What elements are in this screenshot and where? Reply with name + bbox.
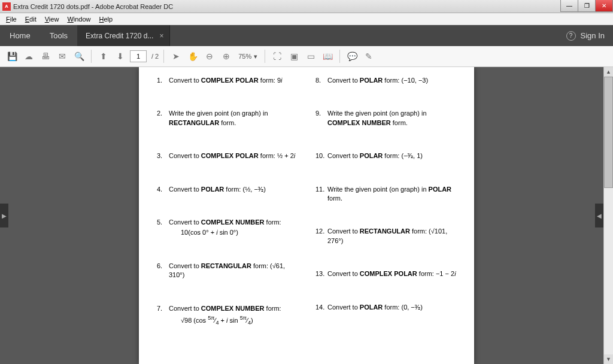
problem: 8.Convert to POLAR form: (−10, −3) — [315, 76, 456, 85]
tab-document[interactable]: Extra Credit 1720 d... × — [77, 25, 170, 46]
tab-tools[interactable]: Tools — [40, 25, 77, 46]
problem-text: Convert to COMPLEX POLAR form: 9i — [169, 76, 283, 85]
scrollbar-thumb[interactable] — [604, 77, 613, 188]
menu-file[interactable]: File — [2, 14, 20, 24]
scroll-down-icon[interactable]: ▼ — [604, 354, 613, 364]
menu-view[interactable]: View — [41, 14, 63, 24]
comment-icon[interactable]: 💬 — [345, 49, 359, 63]
minimize-button[interactable]: — — [560, 0, 578, 12]
zoom-in-icon[interactable]: ⊕ — [219, 49, 233, 63]
problem-text: Convert to RECTANGULAR form: (√61, 310°) — [169, 262, 298, 280]
problem-number: 1. — [157, 76, 169, 85]
panel-left-arrow-icon[interactable]: ▶ — [0, 204, 8, 228]
chevron-down-icon: ▾ — [254, 53, 257, 60]
pdf-icon: A — [2, 2, 11, 11]
sign-icon[interactable]: ✎ — [362, 49, 376, 63]
problem: 5.Convert to COMPLEX NUMBER form:10(cos … — [157, 218, 298, 238]
problem-text: Convert to POLAR form: (0, −³⁄₂) — [327, 303, 423, 312]
read-mode-icon[interactable]: 📖 — [320, 49, 335, 63]
page-total: / 2 — [151, 53, 159, 60]
menu-edit[interactable]: Edit — [22, 14, 40, 24]
tab-close-icon[interactable]: × — [159, 32, 163, 40]
problem-number: 11. — [315, 185, 327, 204]
save-icon[interactable]: 💾 — [5, 49, 19, 63]
problem-text: Convert to POLAR form: (−10, −3) — [327, 76, 428, 85]
fit-page-icon[interactable]: ▣ — [287, 49, 301, 63]
view-mode-icon[interactable]: ▭ — [304, 49, 318, 63]
selection-icon[interactable]: ➤ — [169, 49, 183, 63]
problem: 14.Convert to POLAR form: (0, −³⁄₂) — [315, 303, 456, 312]
print-icon[interactable]: 🖶 — [38, 49, 53, 63]
problem-text: Convert to POLAR form: (½, −³⁄₂) — [169, 185, 266, 194]
problem: 10.Convert to POLAR form: (−³⁄₂, 1) — [315, 151, 456, 160]
fit-width-icon[interactable]: ⛶ — [270, 49, 284, 63]
hand-icon[interactable]: ✋ — [186, 49, 200, 63]
problem: 11.Write the given point (on graph) in P… — [315, 185, 456, 204]
scroll-up-icon[interactable]: ▲ — [604, 67, 613, 77]
separator — [163, 50, 164, 63]
problem-number: 8. — [315, 76, 327, 85]
problem: 13.Convert to COMPLEX POLAR form: −1 − 2… — [315, 269, 456, 278]
email-icon[interactable]: ✉ — [55, 49, 69, 63]
problems-right-column: 8.Convert to POLAR form: (−10, −3)9.Writ… — [315, 76, 456, 351]
problem-text: Convert to RECTANGULAR form: (√101, 276°… — [327, 227, 456, 245]
tabbar: Home Tools Extra Credit 1720 d... × ? Si… — [0, 25, 613, 46]
problem-number: 14. — [315, 303, 327, 312]
page-number-input[interactable] — [130, 50, 147, 62]
problem: 6.Convert to RECTANGULAR form: (√61, 310… — [157, 262, 298, 280]
problem-text: Convert to COMPLEX POLAR form: ½ + 2i — [169, 151, 295, 160]
vertical-scrollbar[interactable]: ▲ ▼ — [603, 67, 613, 364]
close-button[interactable]: ✕ — [595, 0, 613, 12]
problem-number: 2. — [157, 109, 169, 128]
zoom-out-icon[interactable]: ⊖ — [202, 49, 217, 63]
tab-document-label: Extra Credit 1720 d... — [86, 32, 153, 40]
problem-number: 5. — [157, 218, 169, 238]
window-title: Extra Credit 1720 dots.pdf - Adobe Acrob… — [13, 3, 173, 10]
problem: 9.Write the given point (on graph) in CO… — [315, 109, 456, 128]
problem-text: Write the given point (on graph) in RECT… — [169, 109, 298, 128]
problem: 4.Convert to POLAR form: (½, −³⁄₂) — [157, 185, 298, 194]
separator — [91, 50, 92, 63]
panel-right-arrow-icon[interactable]: ◀ — [595, 204, 603, 228]
problem: 7.Convert to COMPLEX NUMBER form:√98 (co… — [157, 304, 298, 327]
page-down-icon[interactable]: ⬇ — [113, 49, 128, 63]
page-up-icon[interactable]: ⬆ — [96, 49, 111, 63]
problem-number: 9. — [315, 109, 327, 128]
pdf-page: 1.Convert to COMPLEX POLAR form: 9i2.Wri… — [139, 67, 474, 364]
separator — [265, 50, 265, 63]
problem: 2.Write the given point (on graph) in RE… — [157, 109, 298, 128]
problems-left-column: 1.Convert to COMPLEX POLAR form: 9i2.Wri… — [157, 76, 298, 351]
problem-number: 4. — [157, 185, 169, 194]
document-viewer: ▶ ◀ 1.Convert to COMPLEX POLAR form: 9i2… — [0, 67, 613, 364]
zoom-level[interactable]: 75% ▾ — [236, 53, 260, 60]
problem-number: 13. — [315, 269, 327, 278]
help-icon[interactable]: ? — [566, 31, 576, 41]
problem-text: Convert to POLAR form: (−³⁄₂, 1) — [327, 151, 423, 160]
problem-text: Write the given point (on graph) in COMP… — [327, 109, 456, 128]
cloud-icon[interactable]: ☁ — [22, 49, 36, 63]
problem-text: Convert to COMPLEX NUMBER form:√98 (cos … — [169, 304, 281, 327]
search-icon[interactable]: 🔍 — [72, 49, 86, 63]
problem: 3.Convert to COMPLEX POLAR form: ½ + 2i — [157, 151, 298, 160]
toolbar: 💾 ☁ 🖶 ✉ 🔍 ⬆ ⬇ / 2 ➤ ✋ ⊖ ⊕ 75% ▾ ⛶ ▣ ▭ 📖 … — [0, 46, 613, 67]
problem-number: 7. — [157, 304, 169, 327]
problem: 1.Convert to COMPLEX POLAR form: 9i — [157, 76, 298, 85]
problem-number: 12. — [315, 227, 327, 245]
problem-text: Convert to COMPLEX NUMBER form:10(cos 0°… — [169, 218, 281, 238]
problem: 12.Convert to RECTANGULAR form: (√101, 2… — [315, 227, 456, 245]
titlebar: A Extra Credit 1720 dots.pdf - Adobe Acr… — [0, 0, 613, 13]
menubar: File Edit View Window Help — [0, 13, 613, 25]
problem-text: Convert to COMPLEX POLAR form: −1 − 2i — [327, 269, 456, 278]
problem-number: 10. — [315, 151, 327, 160]
menu-window[interactable]: Window — [63, 14, 94, 24]
maximize-button[interactable]: ❐ — [578, 0, 596, 12]
menu-help[interactable]: Help — [96, 14, 117, 24]
separator — [339, 50, 340, 63]
problem-number: 3. — [157, 151, 169, 160]
problem-text: Write the given point (on graph) in POLA… — [327, 185, 456, 204]
tab-home[interactable]: Home — [0, 25, 40, 46]
signin-button[interactable]: Sign In — [581, 31, 605, 40]
problem-number: 6. — [157, 262, 169, 280]
